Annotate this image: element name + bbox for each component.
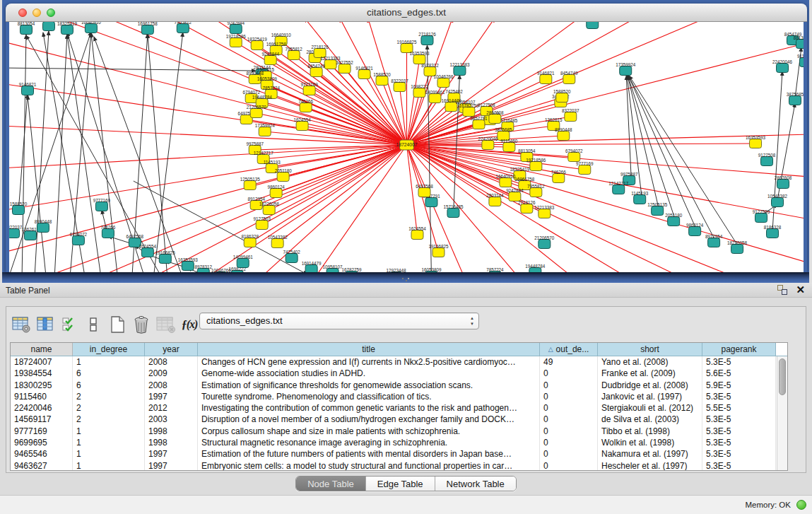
table-row[interactable]: 1872400712008Changes of HCN gene express… [11,356,787,368]
memory-ok-icon [796,500,806,510]
svg-text:14099461: 14099461 [425,90,445,95]
table-mode-icon[interactable] [9,313,33,337]
cell: 6 [73,380,145,391]
svg-text:19218586: 19218586 [226,34,246,39]
svg-text:8813054: 8813054 [518,148,536,153]
tab-edge-table[interactable]: Edge Table [366,477,435,491]
table-row[interactable]: 1456911722003Disruption of a novel membe… [11,414,787,425]
citation-graph[interactable]: 8813054192185861832541916640910169617587… [9,22,804,272]
svg-text:9860124: 9860124 [267,185,285,189]
svg-text:17359924: 17359924 [255,123,275,128]
column-header-short[interactable]: short [598,343,702,356]
table-row[interactable]: 946554611997Estimation of the future num… [11,448,787,460]
column-header-year[interactable]: year [145,343,198,356]
cell: 1997 [145,391,198,402]
cell: 0 [540,426,598,437]
cell: 5.3E-5 [702,356,776,368]
svg-text:9127508: 9127508 [758,153,776,158]
cell: Structural magnetic resonance image aver… [198,437,540,448]
svg-text:18325419: 18325419 [57,22,77,26]
svg-text:1698222: 1698222 [411,84,428,89]
svg-text:9115460: 9115460 [500,139,517,144]
row-height-icon[interactable] [81,313,105,337]
svg-text:10958107: 10958107 [323,264,343,269]
cell: Franke et al. (2009) [598,368,702,379]
svg-text:7955812: 7955812 [285,47,302,52]
svg-text:9127503: 9127503 [753,209,770,214]
table-row[interactable]: 1938455462009Genome-wide association stu… [11,368,787,379]
svg-text:16353593: 16353593 [178,257,198,262]
scrollbar-thumb[interactable] [779,358,786,395]
svg-text:7955812: 7955812 [527,184,545,189]
svg-text:8990448: 8990448 [35,219,52,224]
select-columns-icon[interactable] [57,313,81,337]
cell: 6 [73,368,145,379]
svg-text:6794072: 6794072 [70,232,88,237]
svg-text:10046766: 10046766 [433,74,453,79]
table-row[interactable]: 946362711997Embryonic stem cells: a mode… [11,460,787,471]
column-header-out_degree[interactable]: △out_de... [540,343,598,356]
combo-value: citations_edges.txt [206,315,283,326]
cell: 9699695 [11,437,73,448]
table-row[interactable]: 977716911998Corpus callosum shape and si… [11,426,787,437]
svg-text:9242844: 9242844 [261,52,279,57]
svg-text:746266: 746266 [298,99,313,104]
cell: 5.9E-5 [702,380,776,391]
cell: 0 [540,402,598,414]
cell: 1998 [145,437,198,448]
svg-text:2718126: 2718126 [518,200,536,205]
network-desktop: citations_edges.txt 88130541921858618325… [0,0,812,283]
svg-text:6794072: 6794072 [565,148,583,153]
column-header-pagerank[interactable]: pagerank [702,343,776,356]
import-table-icon[interactable] [153,313,177,337]
table-scrollbar[interactable] [777,356,787,470]
cell: 1997 [145,448,198,460]
cell: Dudbridge et al. (2008) [598,380,702,391]
network-window-title: citations_edges.txt [6,7,807,18]
svg-text:12923448: 12923448 [387,268,406,272]
svg-text:1588520: 1588520 [553,89,571,94]
svg-text:1145193: 1145193 [264,160,281,165]
close-panel-icon[interactable]: ✕ [796,284,805,295]
delete-column-icon[interactable] [129,313,153,337]
show-columns-icon[interactable] [33,313,57,337]
column-header-name[interactable]: name [11,343,73,356]
svg-text:16782759: 16782759 [342,267,362,272]
table-row[interactable]: 911546021997Tourette syndrome. Phenomeno… [11,391,787,402]
svg-text:22420046: 22420046 [772,59,792,64]
svg-text:6497568: 6497568 [416,184,433,189]
network-canvas[interactable]: 8813054192185861832541916640910169617587… [9,22,804,272]
column-header-title[interactable]: title [198,343,540,356]
table-row[interactable]: 969969511998Structural magnetic resonanc… [11,437,787,448]
tab-node-table[interactable]: Node Table [296,477,366,491]
new-column-icon[interactable] [105,313,129,337]
svg-text:7425402: 7425402 [445,89,463,94]
panel-splitter-handle[interactable] [401,277,411,282]
cell: Nakamura et al. (1997) [598,448,702,460]
table-select-combo[interactable]: citations_edges.txt ▲▼ [199,313,479,329]
svg-text:8186328: 8186328 [241,234,259,239]
svg-text:10543382: 10543382 [268,235,288,240]
combo-stepper-icon: ▲▼ [470,315,474,327]
cell: 14569117 [11,414,73,425]
cell: Disruption of a novel member of a sodium… [198,414,540,425]
svg-text:16640910: 16640910 [271,33,291,37]
table-panel-title: Table Panel [6,286,50,296]
network-window-titlebar[interactable]: citations_edges.txt [6,4,807,22]
cell: 1 [73,448,145,460]
svg-text:2803144: 2803144 [486,193,504,198]
svg-text:7955812: 7955812 [175,22,192,25]
column-header-in_degree[interactable]: in_degree [73,343,145,356]
svg-text:9777169: 9777169 [93,198,111,203]
float-window-icon[interactable] [777,284,787,295]
function-builder-icon[interactable]: ƒ(x) [177,313,201,337]
tab-network-table[interactable]: Network Table [435,477,516,491]
svg-text:8912954: 8912954 [247,197,265,201]
svg-text:16961758: 16961758 [266,42,286,47]
svg-text:21206570: 21206570 [534,235,554,240]
svg-text:9242844: 9242844 [227,22,245,25]
table-row[interactable]: 2242004622012Investigating the contribut… [11,402,787,414]
cell: 0 [540,414,598,425]
table-row[interactable]: 1830029562008Estimation of significance … [11,380,787,391]
svg-text:16961758: 16961758 [514,177,534,182]
